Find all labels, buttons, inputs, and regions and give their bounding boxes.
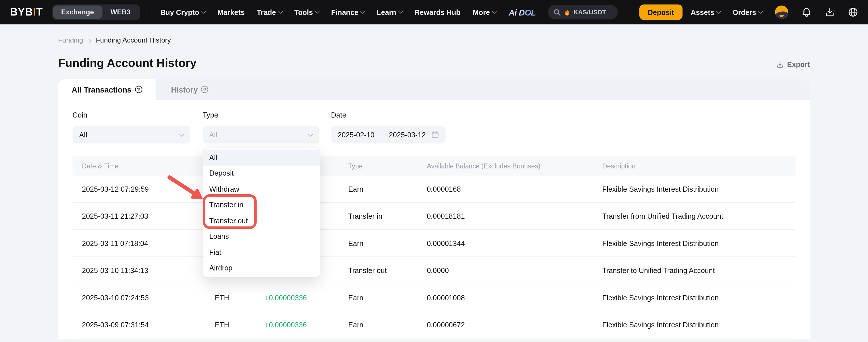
cell-balance: 0.0000	[427, 266, 602, 275]
cell-type: Transfer in	[348, 212, 427, 220]
nav-item-trade[interactable]: Trade	[251, 0, 288, 24]
breadcrumb-current: Funding Account History	[96, 36, 171, 44]
cell-type: Earn	[348, 185, 427, 193]
bybit-logo[interactable]: BYBIT	[10, 6, 43, 18]
search-box[interactable]: KAS/USDT	[548, 5, 618, 19]
chevron-down-icon	[179, 131, 185, 137]
chevron-down-icon	[361, 9, 365, 13]
cell-datetime: 2025-03-11 21:27:03	[82, 212, 215, 220]
col-date-time: Date & Time	[82, 162, 215, 170]
cell-coin: ETH	[215, 293, 265, 302]
cell-datetime: 2025-03-09 07:31:54	[82, 320, 215, 329]
tab-all-transactions[interactable]: All Transactions ?	[58, 79, 155, 100]
logo-accent: I	[33, 6, 36, 18]
nav-item-more[interactable]: More	[467, 0, 502, 24]
nav-item-buy-crypto[interactable]: Buy Crypto	[154, 0, 211, 24]
dropdown-item-withdraw[interactable]: Withdraw	[203, 181, 320, 197]
nav-item-finance[interactable]: Finance	[325, 0, 371, 24]
calendar-icon	[431, 131, 439, 139]
page-title: Funding Account History	[58, 57, 196, 70]
app-viewport: BYBIT Exchange WEB3 Buy Crypto Markets T…	[0, 0, 868, 342]
chevron-down-icon	[716, 9, 721, 13]
search-icon	[554, 9, 561, 16]
table-row: 2025-03-11 21:27:03 Transfer in 0.000181…	[72, 203, 795, 230]
language-button[interactable]	[847, 7, 859, 18]
type-filter-label: Type	[203, 111, 319, 119]
toggle-exchange[interactable]: Exchange	[53, 5, 102, 19]
page-body: Funding Funding Account History Funding …	[0, 36, 868, 339]
date-start-value: 2025-02-10	[338, 131, 375, 139]
deposit-button[interactable]: Deposit	[639, 4, 682, 20]
chevron-down-icon	[492, 9, 497, 13]
date-range-picker[interactable]: 2025-02-10 → 2025-03-12	[331, 125, 446, 143]
cell-datetime: 2025-03-12 07:29:59	[82, 185, 215, 193]
coin-select-value: All	[79, 131, 87, 139]
nav-item-learn[interactable]: Learn	[371, 0, 408, 24]
toggle-web3[interactable]: WEB3	[102, 5, 139, 19]
export-label: Export	[787, 60, 810, 69]
dropdown-item-transfer-in[interactable]: Transfer in	[203, 197, 320, 213]
table-row: 2025-03-10 11:34:13 Transfer out 0.0000 …	[72, 257, 795, 284]
chevron-down-icon	[202, 9, 206, 13]
table-header: Date & Time Coin Quantity Type Available…	[72, 156, 795, 175]
download-icon	[824, 7, 836, 18]
dropdown-item-loans[interactable]: Loans	[203, 228, 320, 244]
type-select[interactable]: All	[203, 125, 319, 143]
cell-description: Flexible Savings Interest Distribution	[602, 320, 786, 329]
col-description: Description	[602, 162, 786, 170]
logo-text-post: T	[36, 6, 43, 18]
cell-balance: 0.00018181	[427, 212, 602, 220]
date-filter-label: Date	[331, 111, 446, 119]
dropdown-item-airdrop[interactable]: Airdrop	[203, 260, 320, 276]
bell-icon	[801, 7, 812, 18]
cell-type: Earn	[348, 239, 427, 248]
avatar-face	[775, 10, 788, 19]
cell-type: Transfer out	[348, 266, 427, 275]
flame-icon	[564, 9, 570, 16]
exchange-web3-toggle: Exchange WEB3	[52, 4, 140, 20]
logo-text-pre: BYB	[10, 6, 33, 18]
col-type: Type	[348, 162, 427, 170]
notifications-button[interactable]	[801, 7, 812, 18]
nav-menu: Buy Crypto Markets Trade Tools Finance L…	[154, 0, 502, 24]
cell-description: Transfer from Unified Trading Account	[602, 212, 786, 220]
table-row: 2025-03-10 07:24:53 ETH +0.00000336 Earn…	[72, 284, 795, 311]
cell-quantity: +0.00000336	[265, 320, 348, 329]
cell-balance: 0.0000168	[427, 185, 602, 193]
search-hot-pair: KAS/USDT	[574, 9, 606, 16]
dropdown-item-all[interactable]: All	[203, 149, 320, 165]
filter-coin: Coin All	[72, 111, 190, 143]
cell-description: Flexible Savings Interest Distribution	[602, 185, 786, 193]
nav-item-assets[interactable]: Assets	[685, 0, 727, 24]
downloads-button[interactable]	[824, 7, 836, 18]
help-icon[interactable]: ?	[201, 86, 208, 93]
export-button[interactable]: Export	[776, 60, 810, 70]
date-range-arrow: →	[378, 131, 385, 139]
nav-item-orders[interactable]: Orders	[726, 0, 768, 24]
dropdown-item-deposit[interactable]: Deposit	[203, 165, 320, 181]
export-icon	[776, 61, 784, 68]
type-select-value: All	[209, 131, 217, 139]
transactions-table: Date & Time Coin Quantity Type Available…	[58, 156, 810, 338]
cell-datetime: 2025-03-10 07:24:53	[82, 293, 215, 302]
avatar[interactable]	[775, 5, 788, 19]
nav-item-markets[interactable]: Markets	[211, 0, 251, 24]
coin-select[interactable]: All	[72, 125, 190, 143]
breadcrumb-funding[interactable]: Funding	[58, 36, 83, 44]
table-row: 2025-03-11 07:18:04 Earn 0.00001344 Flex…	[72, 230, 795, 257]
help-icon[interactable]: ?	[135, 86, 142, 93]
nav-item-rewards-hub[interactable]: Rewards Hub	[408, 0, 467, 24]
col-available-balance: Available Balance (Excludes Bonuses)	[427, 162, 602, 170]
breadcrumb-chevron-icon	[88, 38, 92, 42]
cell-balance: 0.00001008	[427, 293, 602, 302]
cell-datetime: 2025-03-11 07:18:04	[82, 239, 215, 248]
aidol-logo[interactable]: Ai DOL	[506, 7, 538, 17]
chevron-down-icon	[758, 9, 763, 13]
cell-quantity: +0.00000336	[265, 293, 348, 302]
nav-item-tools[interactable]: Tools	[288, 0, 325, 24]
nav-divider	[147, 6, 147, 18]
tab-history[interactable]: History ?	[156, 79, 224, 100]
top-navbar: BYBIT Exchange WEB3 Buy Crypto Markets T…	[0, 0, 868, 24]
dropdown-item-transfer-out[interactable]: Transfer out	[203, 213, 320, 228]
dropdown-item-fiat[interactable]: Fiat	[203, 244, 320, 260]
